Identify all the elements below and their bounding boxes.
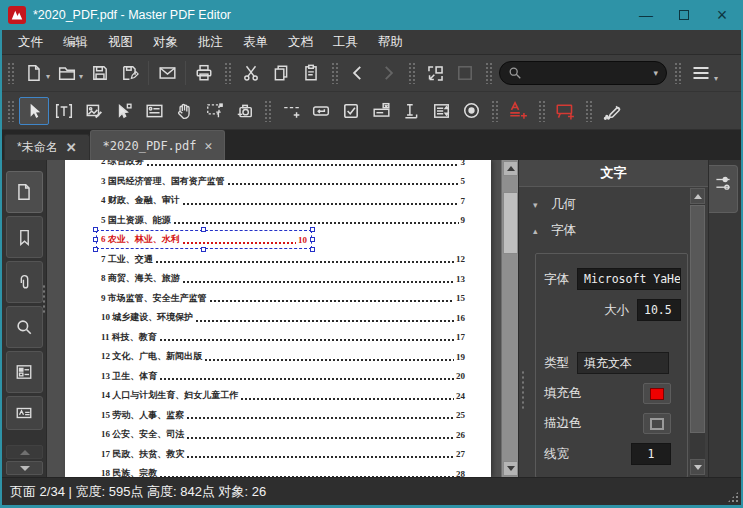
toc-row[interactable]: 5 国土资源、能源9 [65, 211, 491, 231]
toc-row[interactable]: 6 农业、林业、水利10 [65, 230, 491, 250]
open-dropdown-icon[interactable]: ▾ [79, 72, 83, 81]
panel-scroll-down-button[interactable] [690, 459, 705, 475]
fit-selection-button[interactable] [420, 59, 450, 87]
save-as-button[interactable] [115, 59, 145, 87]
line-width-input[interactable]: 1 [631, 443, 671, 465]
toc-row[interactable]: 8 商贸、海关、旅游13 [65, 269, 491, 289]
properties-toggle-tab[interactable] [709, 165, 738, 213]
document-view[interactable]: 2 综合政务33 国民经济管理、国有资产监管54 财政、金融、审计75 国土资源… [47, 160, 518, 477]
link-tool-button[interactable] [276, 97, 306, 125]
menu-tools[interactable]: 工具 [323, 30, 368, 54]
tab-close-icon[interactable]: ✕ [205, 138, 213, 153]
toolbar-grip[interactable] [585, 100, 592, 122]
toc-row[interactable]: 3 国民经济管理、国有资产监管5 [65, 172, 491, 192]
toc-row[interactable]: 14 人口与计划生育、妇女儿童工作24 [65, 386, 491, 406]
document-scrollbar[interactable] [501, 160, 518, 477]
search-panel-button[interactable] [6, 306, 43, 348]
highlighter-tool-button[interactable] [597, 97, 627, 125]
section-font[interactable]: ▴ 字体 [519, 213, 708, 239]
minimize-button[interactable]: — [627, 0, 665, 30]
toc-row[interactable]: 16 公安、安全、司法26 [65, 425, 491, 445]
open-button[interactable] [52, 59, 82, 87]
thumbnails-panel-button[interactable] [6, 171, 43, 213]
panel-scrollbar-thumb[interactable] [690, 205, 705, 433]
paste-button[interactable] [296, 59, 326, 87]
stroke-color-button[interactable] [643, 413, 671, 434]
email-button[interactable] [152, 59, 182, 87]
scroll-down-button[interactable] [503, 461, 518, 476]
edit-form-tool-button[interactable] [139, 97, 169, 125]
snapshot-tool-button[interactable] [229, 97, 259, 125]
selection-handle[interactable] [310, 227, 315, 232]
pdf-page[interactable]: 2 综合政务33 国民经济管理、国有资产监管54 财政、金融、审计75 国土资源… [65, 160, 491, 477]
menu-file[interactable]: 文件 [8, 30, 53, 54]
scrollbar-thumb[interactable] [503, 192, 518, 254]
text-annotation-tool-button[interactable] [503, 97, 533, 125]
selection-handle[interactable] [201, 247, 206, 252]
toc-row[interactable]: 9 市场监管、安全生产监管15 [65, 289, 491, 309]
menu-forms[interactable]: 表单 [233, 30, 278, 54]
toc-row[interactable]: 15 劳动、人事、监察25 [65, 406, 491, 426]
edit-text-tool-button[interactable] [49, 97, 79, 125]
sidebar-scroll-down-button[interactable] [6, 461, 43, 475]
edit-image-tool-button[interactable] [79, 97, 109, 125]
save-button[interactable] [85, 59, 115, 87]
toolbar-grip[interactable] [491, 100, 498, 122]
selection-handle[interactable] [93, 237, 98, 242]
menu-comment[interactable]: 批注 [188, 30, 233, 54]
toc-row[interactable]: 2 综合政务3 [65, 160, 491, 172]
main-menu-button[interactable] [686, 59, 716, 87]
signatures-panel-button[interactable] [6, 396, 43, 430]
edit-path-tool-button[interactable] [109, 97, 139, 125]
toolbar-grip[interactable] [7, 100, 14, 122]
menu-object[interactable]: 对象 [143, 30, 188, 54]
copy-button[interactable] [266, 59, 296, 87]
toolbar-grip[interactable] [674, 62, 681, 84]
selection-handle[interactable] [93, 227, 98, 232]
attachments-panel-button[interactable] [6, 261, 43, 303]
toc-row[interactable]: 17 民政、扶贫、救灾27 [65, 445, 491, 465]
search-box[interactable]: ▾ [499, 61, 667, 85]
maximize-button[interactable] [665, 0, 703, 30]
back-button[interactable] [343, 59, 373, 87]
toolbar-grip[interactable] [224, 62, 231, 84]
listbox-tool-button[interactable] [426, 97, 456, 125]
menu-help[interactable]: 帮助 [368, 30, 413, 54]
button-tool-button[interactable] [306, 97, 336, 125]
search-dropdown-icon[interactable]: ▾ [654, 68, 659, 78]
section-geometry[interactable]: ▾ 几何 [519, 187, 708, 213]
toc-row[interactable]: 10 城乡建设、环境保护16 [65, 308, 491, 328]
panel-splitter[interactable] [521, 370, 526, 410]
fit-width-button[interactable] [450, 59, 480, 87]
selection-handle[interactable] [310, 247, 315, 252]
toc-row[interactable]: 11 科技、教育17 [65, 328, 491, 348]
font-name-input[interactable]: Microsoft YaHei [577, 268, 681, 290]
select-tool-button[interactable] [19, 97, 49, 125]
toolbar-grip[interactable] [408, 62, 415, 84]
menu-view[interactable]: 视图 [98, 30, 143, 54]
toc-row[interactable]: 4 财政、金融、审计7 [65, 191, 491, 211]
toolbar-grip[interactable] [538, 100, 545, 122]
checkbox-tool-button[interactable] [336, 97, 366, 125]
combobox-tool-button[interactable] [366, 97, 396, 125]
form-fields-panel-button[interactable] [6, 351, 43, 393]
fill-color-button[interactable] [643, 383, 671, 404]
menu-document[interactable]: 文档 [278, 30, 323, 54]
type-select[interactable]: 填充文本 [577, 352, 669, 374]
select-area-tool-button[interactable] [199, 97, 229, 125]
close-button[interactable]: × [703, 0, 741, 30]
selection-handle[interactable] [201, 227, 206, 232]
bookmarks-panel-button[interactable] [6, 216, 43, 258]
selection-handle[interactable] [93, 247, 98, 252]
toc-row[interactable]: 18 民族、宗教28 [65, 464, 491, 477]
search-input[interactable] [522, 66, 653, 80]
toolbar-grip[interactable] [264, 100, 271, 122]
hand-tool-button[interactable] [169, 97, 199, 125]
tab-2020-pdf[interactable]: *2020_PDF.pdf ✕ [90, 130, 226, 160]
toolbar-grip[interactable] [485, 62, 492, 84]
cut-button[interactable] [236, 59, 266, 87]
tab-untitled[interactable]: *未命名 ✕ [4, 134, 90, 160]
panel-scrollbar[interactable] [690, 188, 705, 477]
toc-row[interactable]: 12 文化、广电、新闻出版19 [65, 347, 491, 367]
selection-handle[interactable] [310, 237, 315, 242]
